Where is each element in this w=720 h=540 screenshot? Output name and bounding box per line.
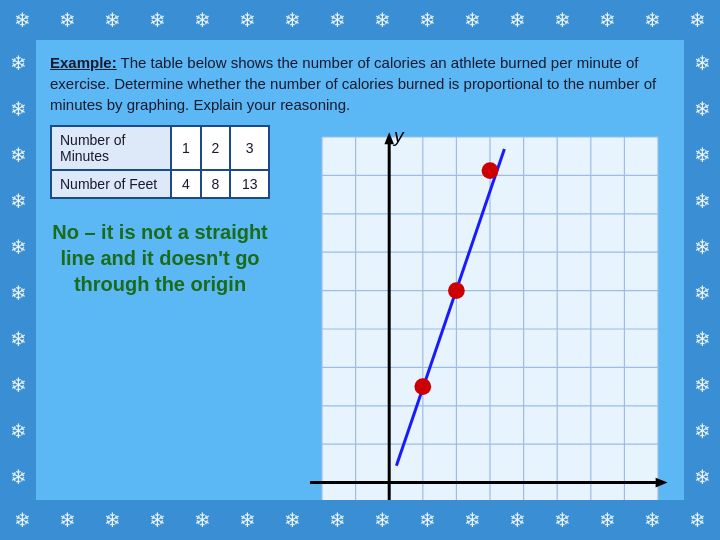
snowflake-icon: ❄ [194,8,211,32]
snowflake-icon: ❄ [689,508,706,532]
snowflake-icon: ❄ [694,281,711,305]
snowflake-icon: ❄ [104,508,121,532]
row1-val1: 1 [171,126,201,170]
snowflake-icon: ❄ [694,189,711,213]
snowflake-icon: ❄ [419,508,436,532]
svg-point-31 [448,282,465,299]
middle-section: Number of Minutes 1 2 3 Number of Feet 4… [50,125,670,540]
snowflake-icon: ❄ [694,143,711,167]
snowflake-icon: ❄ [104,8,121,32]
snowflake-icon: ❄ [149,508,166,532]
snowflake-icon: ❄ [599,508,616,532]
left-panel: Number of Minutes 1 2 3 Number of Feet 4… [50,125,270,540]
svg-point-32 [482,162,499,179]
border-left: ❄ ❄ ❄ ❄ ❄ ❄ ❄ ❄ ❄ ❄ [0,40,36,500]
snowflake-icon: ❄ [419,8,436,32]
data-table: Number of Minutes 1 2 3 Number of Feet 4… [50,125,270,199]
row2-val1: 4 [171,170,201,198]
snowflake-icon: ❄ [10,281,27,305]
snowflake-icon: ❄ [194,508,211,532]
snowflake-icon: ❄ [644,508,661,532]
snowflake-icon: ❄ [10,189,27,213]
snowflake-icon: ❄ [14,508,31,532]
snowflake-icon: ❄ [149,8,166,32]
snowflake-icon: ❄ [694,327,711,351]
snowflake-icon: ❄ [59,8,76,32]
snowflake-icon: ❄ [10,327,27,351]
snowflake-icon: ❄ [689,8,706,32]
snowflake-icon: ❄ [374,8,391,32]
snowflake-icon: ❄ [694,235,711,259]
snowflake-icon: ❄ [694,97,711,121]
snowflake-icon: ❄ [509,508,526,532]
snowflake-icon: ❄ [329,8,346,32]
snowflake-icon: ❄ [644,8,661,32]
svg-text:y: y [392,125,405,146]
snowflake-icon: ❄ [10,97,27,121]
snowflake-icon: ❄ [694,373,711,397]
snowflake-icon: ❄ [10,465,27,489]
snowflake-icon: ❄ [329,508,346,532]
row2-val2: 8 [201,170,231,198]
main-content: Example: The table below shows the numbe… [36,40,684,500]
row1-val2: 2 [201,126,231,170]
row2-label: Number of Feet [51,170,171,198]
snowflake-icon: ❄ [374,508,391,532]
border-top: ❄ ❄ ❄ ❄ ❄ ❄ ❄ ❄ ❄ ❄ ❄ ❄ ❄ ❄ ❄ ❄ [0,0,720,40]
example-body: The table below shows the number of calo… [50,54,656,113]
snowflake-icon: ❄ [509,8,526,32]
snowflake-icon: ❄ [10,143,27,167]
row1-val3: 3 [230,126,269,170]
border-right: ❄ ❄ ❄ ❄ ❄ ❄ ❄ ❄ ❄ ❄ [684,40,720,500]
row1-label: Number of Minutes [51,126,171,170]
table-row-minutes: Number of Minutes 1 2 3 [51,126,269,170]
snowflake-icon: ❄ [14,8,31,32]
snowflake-icon: ❄ [10,51,27,75]
snowflake-icon: ❄ [239,8,256,32]
answer-text: No – it is not a straight line and it do… [50,219,270,297]
snowflake-icon: ❄ [284,8,301,32]
snowflake-icon: ❄ [10,235,27,259]
svg-marker-26 [656,478,668,488]
table-row-feet: Number of Feet 4 8 13 [51,170,269,198]
snowflake-icon: ❄ [284,508,301,532]
example-paragraph: Example: The table below shows the numbe… [50,52,670,115]
snowflake-icon: ❄ [554,8,571,32]
snowflake-icon: ❄ [599,8,616,32]
coordinate-graph: x y [286,125,670,540]
snowflake-icon: ❄ [554,508,571,532]
snowflake-icon: ❄ [59,508,76,532]
svg-point-30 [414,378,431,395]
snowflake-icon: ❄ [694,419,711,443]
snowflake-icon: ❄ [464,508,481,532]
snowflake-icon: ❄ [694,51,711,75]
snowflake-icon: ❄ [10,419,27,443]
snowflake-icon: ❄ [10,373,27,397]
snowflake-icon: ❄ [464,8,481,32]
snowflake-icon: ❄ [239,508,256,532]
example-label: Example: [50,54,117,71]
row2-val3: 13 [230,170,269,198]
snowflake-icon: ❄ [694,465,711,489]
graph-container: x y [286,125,670,540]
border-bottom: ❄ ❄ ❄ ❄ ❄ ❄ ❄ ❄ ❄ ❄ ❄ ❄ ❄ ❄ ❄ ❄ [0,500,720,540]
